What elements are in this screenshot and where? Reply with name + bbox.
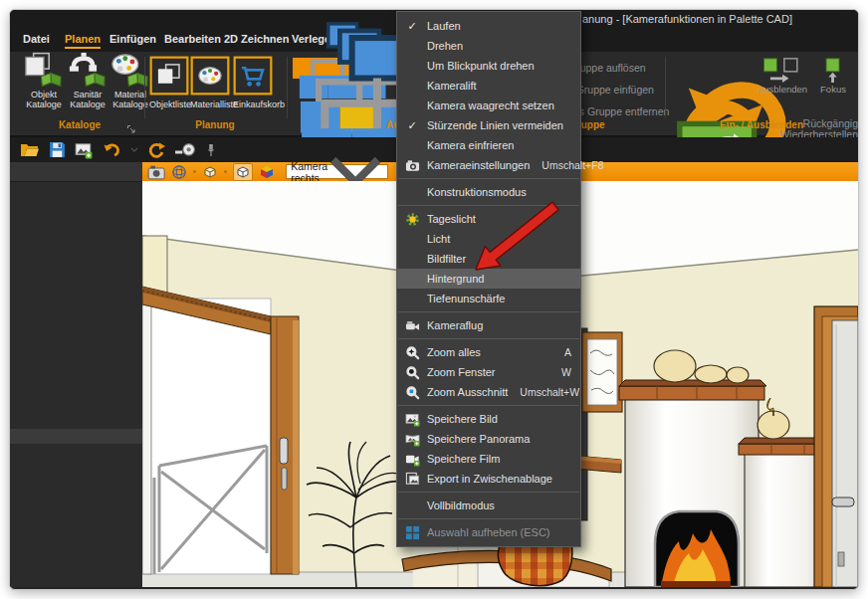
- right-door-handle: [832, 498, 854, 506]
- fokus-button[interactable]: Fokus: [814, 57, 852, 95]
- group-separator: [287, 57, 288, 118]
- menu-separator: [398, 338, 579, 339]
- screenshot-page: anung - [Kamerafunktionen in Palette CAD…: [0, 0, 868, 599]
- menu-item-zoom-alles[interactable]: Zoom alles A: [397, 342, 580, 362]
- button-label: Materialliste: [190, 100, 230, 109]
- zoom-section-icon: [397, 385, 427, 400]
- sanitaer-kataloge-button[interactable]: Sanitär Kataloge: [66, 57, 109, 109]
- menu-separator: [398, 518, 579, 519]
- material-catalog-icon: [108, 51, 152, 94]
- tab-einfugen[interactable]: Einfügen: [109, 33, 156, 47]
- menu-separator: [398, 492, 579, 493]
- menu-separator: [398, 405, 579, 406]
- daylight-sun-icon: [397, 212, 427, 227]
- menu-separator: [398, 205, 579, 206]
- wireframe-cube-icon[interactable]: [202, 164, 218, 180]
- objektliste-button[interactable]: Objektliste: [149, 56, 189, 109]
- group-label-kataloge: Kataloge: [20, 119, 139, 130]
- button-label: Ausblenden: [755, 85, 810, 95]
- menu-item-tiefenunscharfe[interactable]: Tiefenunschärfe: [397, 289, 580, 308]
- menu-item-auswahl-aufheben-esc: Auswahl aufheben (ESC): [397, 522, 580, 542]
- camera-flight-icon: [397, 318, 427, 333]
- camera-icon: [397, 158, 427, 173]
- deco-ball-small: [727, 367, 749, 383]
- camera-view-icon[interactable]: [147, 164, 165, 180]
- materialliste-button[interactable]: Materialliste: [190, 56, 230, 109]
- button-label: Objektliste: [149, 100, 189, 109]
- zoom-all-icon: [397, 345, 427, 360]
- menu-item-tageslicht[interactable]: Tageslicht: [397, 209, 580, 229]
- measure-icon[interactable]: [174, 141, 197, 158]
- objekt-kataloge-button[interactable]: Objekt Kataloge: [22, 57, 66, 109]
- menu-item-drehen[interactable]: Drehen: [397, 36, 580, 56]
- dialog-launcher-icon[interactable]: [126, 120, 136, 130]
- menu-item-export-in-zwischenablage[interactable]: Export in Zwischenablage: [397, 469, 580, 489]
- solid-cube-icon[interactable]: [233, 163, 253, 181]
- door-handle: [280, 438, 288, 464]
- export-clipboard-icon: [397, 472, 427, 487]
- menu-item-kameraeinstellungen[interactable]: Kameraeinstellungen Umschalt+F8: [397, 155, 580, 175]
- camera-select-dropdown[interactable]: Kamera rechts: [286, 164, 388, 179]
- zoom-window-icon: [397, 365, 427, 380]
- left-sidebar: [10, 162, 142, 587]
- camera-context-menu: ✓ Laufen Drehen Um Blickpunkt drehen Kam…: [396, 11, 581, 547]
- undo-dropdown-chevron-icon[interactable]: [130, 147, 138, 152]
- focus-icon: [823, 57, 843, 83]
- menu-item-licht[interactable]: Licht: [397, 229, 580, 249]
- menu-item-speichere-film[interactable]: Speichere Film: [397, 449, 580, 469]
- deco-ball-medium: [695, 365, 727, 383]
- einkaufskorb-button[interactable]: Einkaufskorb: [233, 56, 273, 109]
- checkmark-icon: ✓: [407, 119, 416, 132]
- window-door: [142, 287, 299, 574]
- menu-item-bildfilter[interactable]: Bildfilter: [397, 249, 580, 269]
- group-label-einausblenden: Ein- / Ausblenden: [669, 119, 854, 130]
- open-folder-icon[interactable]: [20, 142, 40, 158]
- tab-2d-zeichnen[interactable]: 2D Zeichnen: [224, 33, 289, 47]
- menu-item-um-blickpunkt-drehen[interactable]: Um Blickpunkt drehen: [397, 56, 580, 76]
- menu-item-hintergrund[interactable]: Hintergrund: [397, 269, 580, 289]
- menu-separator: [398, 311, 579, 312]
- redo-icon[interactable]: [147, 141, 165, 159]
- mantel-band: [619, 386, 764, 400]
- save-image-icon: [397, 412, 427, 427]
- perspective-sphere-icon[interactable]: [171, 164, 187, 180]
- hide-icon: [760, 57, 805, 83]
- button-label: Einkaufskorb: [233, 100, 273, 109]
- deselect-icon: [397, 525, 427, 540]
- menu-item-kamera-einfrieren[interactable]: Kamera einfrieren: [397, 135, 580, 155]
- save-panorama-icon: [397, 432, 427, 447]
- menu-separator: [398, 178, 579, 179]
- menu-item-kameralift[interactable]: Kameralift: [397, 76, 580, 96]
- save-icon[interactable]: [49, 141, 66, 158]
- undo-icon[interactable]: [102, 141, 121, 159]
- pin-icon[interactable]: [206, 143, 216, 157]
- right-door: [814, 306, 858, 587]
- menu-item-vollbildmodus[interactable]: Vollbildmodus: [397, 496, 580, 515]
- object-catalog-icon: [22, 51, 66, 94]
- save-image-icon[interactable]: [75, 141, 93, 159]
- menu-item-kamera-waagrecht-setzen[interactable]: Kamera waagrecht setzen: [397, 96, 580, 115]
- menu-item-laufen[interactable]: ✓ Laufen: [397, 16, 580, 36]
- menu-item-kameraflug[interactable]: Kameraflug: [397, 315, 580, 335]
- ausblenden-button[interactable]: Ausblenden: [755, 57, 810, 95]
- material-kataloge-button[interactable]: Material Kataloge: [108, 57, 152, 109]
- menu-item-zoom-ausschnitt[interactable]: Zoom Ausschnitt Umschalt+W: [397, 382, 580, 402]
- menu-item-sturzende-linien-vermeiden[interactable]: ✓ Stürzende Linien vermeiden: [397, 115, 580, 135]
- button-label: Material Kataloge: [108, 90, 152, 109]
- tab-datei[interactable]: Datei: [23, 33, 50, 47]
- menu-item-konstruktionsmodus[interactable]: Konstruktionsmodus: [397, 182, 580, 202]
- window-title: anung - [Kamerafunktionen in Palette CAD…: [582, 13, 792, 25]
- menu-item-speichere-bild[interactable]: Speichere Bild: [397, 409, 580, 429]
- sidebar-divider: [10, 429, 142, 444]
- tab-bearbeiten[interactable]: Bearbeiten: [164, 33, 221, 47]
- camera-select-value: Kamera rechts: [291, 160, 327, 184]
- app-window: anung - [Kamerafunktionen in Palette CAD…: [9, 9, 859, 590]
- sidebar-header: [10, 162, 142, 182]
- tab-planen[interactable]: Planen: [65, 33, 101, 49]
- group-separator: [144, 57, 145, 118]
- rendered-cube-icon[interactable]: [259, 164, 275, 180]
- shopping-cart-icon: [233, 82, 273, 99]
- menu-item-speichere-panorama[interactable]: Speichere Panorama: [397, 429, 580, 449]
- object-list-icon: [149, 82, 189, 99]
- menu-item-zoom-fenster[interactable]: Zoom Fenster W: [397, 362, 580, 382]
